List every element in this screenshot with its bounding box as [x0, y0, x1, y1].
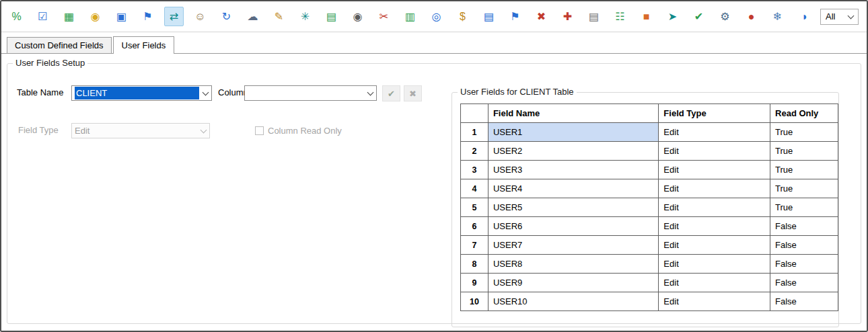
document-icon[interactable]: ▤	[479, 7, 499, 26]
cell-field-type[interactable]: Edit	[659, 179, 770, 198]
percent-icon[interactable]: %	[7, 7, 26, 26]
row-number[interactable]: 5	[461, 198, 489, 217]
toolbar-filter-value: All	[826, 11, 835, 22]
coins-icon[interactable]: ◉	[85, 7, 105, 26]
calendar-icon[interactable]: ▤	[322, 7, 341, 26]
cloud-icon[interactable]: ☁	[243, 7, 262, 26]
cell-read-only[interactable]: False	[770, 217, 838, 236]
column-header-field-name[interactable]: Field Name	[488, 104, 658, 123]
chart-icon[interactable]: ▦	[59, 7, 79, 26]
flag-icon[interactable]: ⚑	[138, 7, 157, 26]
cell-field-type[interactable]: Edit	[659, 123, 770, 142]
chevron-down-icon[interactable]	[364, 86, 376, 100]
table-name-combobox[interactable]: CLIENT	[71, 85, 212, 101]
settings-icon[interactable]: ⚙	[715, 7, 735, 26]
cell-read-only[interactable]: True	[770, 123, 838, 142]
cell-field-type[interactable]: Edit	[659, 236, 770, 255]
cell-read-only[interactable]: False	[770, 236, 838, 255]
user-icon[interactable]: ☺	[190, 7, 210, 26]
table-row: 2USER2EditTrue	[461, 142, 838, 161]
chevron-down-icon[interactable]	[199, 86, 211, 100]
row-number[interactable]: 1	[461, 123, 489, 142]
cell-read-only[interactable]: True	[770, 198, 838, 217]
row-number[interactable]: 9	[461, 274, 489, 292]
cell-field-type[interactable]: Edit	[659, 198, 770, 217]
cell-field-type[interactable]: Edit	[659, 292, 770, 311]
share-icon[interactable]: ✳	[295, 7, 315, 26]
cell-read-only[interactable]: True	[770, 142, 838, 161]
snowflake-icon[interactable]: ❄	[768, 7, 787, 26]
table-row: 9USER9EditFalse	[461, 274, 838, 292]
grid-corner-cell[interactable]	[461, 104, 489, 123]
row-number[interactable]: 2	[461, 142, 489, 161]
cell-field-name[interactable]: USER5	[488, 198, 658, 217]
checkmark-icon[interactable]: ✔	[689, 7, 709, 26]
database-icon[interactable]: ▥	[400, 7, 420, 26]
cluster-icon[interactable]: ✖	[532, 7, 551, 26]
car-icon[interactable]: ●	[742, 7, 761, 26]
cell-field-name[interactable]: USER1	[488, 123, 658, 142]
cell-field-type[interactable]: Edit	[659, 255, 770, 274]
cell-field-name[interactable]: USER3	[488, 161, 658, 179]
link-icon[interactable]: ⇄	[164, 7, 184, 26]
checklist-icon[interactable]: ☑	[33, 7, 52, 26]
checkbox-box[interactable]	[255, 126, 264, 135]
row-number[interactable]: 3	[461, 161, 489, 179]
cell-field-type[interactable]: Edit	[659, 142, 770, 161]
refresh-icon[interactable]: ↻	[217, 7, 236, 26]
cell-field-type[interactable]: Edit	[659, 217, 770, 236]
column-header-read-only[interactable]: Read Only	[770, 104, 838, 123]
accept-button[interactable]: ✔	[382, 85, 400, 101]
cell-field-type[interactable]: Edit	[659, 161, 770, 179]
cell-read-only[interactable]: True	[770, 161, 838, 179]
cell-read-only[interactable]: False	[770, 292, 838, 311]
copy-icon[interactable]: ▣	[112, 7, 131, 26]
cell-read-only[interactable]: True	[770, 179, 838, 198]
cell-field-name[interactable]: USER6	[488, 217, 658, 236]
table-row: 1USER1EditTrue	[461, 123, 838, 142]
table-row: 10USER10EditFalse	[461, 292, 838, 311]
tab-custom-defined-fields[interactable]: Custom Defined Fields	[7, 37, 112, 53]
cell-field-name[interactable]: USER10	[488, 292, 658, 311]
column-read-only-label: Column Read Only	[268, 126, 342, 136]
globe-icon[interactable]: ◎	[427, 7, 446, 26]
pen-icon[interactable]: ✎	[269, 7, 289, 26]
user-fields-setup-group-title: User Fields Setup	[13, 58, 87, 68]
toolbar: %☑▦◉▣⚑⇄☺↻☁✎✳▤◉✂▥◎$▤⚑✖✚▤☷■➤✔⚙●❄◑ All	[1, 1, 867, 32]
cancel-button[interactable]: ✖	[404, 85, 422, 101]
cell-field-name[interactable]: USER8	[488, 255, 658, 274]
cell-read-only[interactable]: False	[770, 255, 838, 274]
team-icon[interactable]: ☷	[610, 7, 630, 26]
toolbar-filter-dropdown[interactable]: All	[820, 9, 859, 25]
row-number[interactable]: 4	[461, 179, 489, 198]
cell-field-name[interactable]: USER2	[488, 142, 658, 161]
tools-icon[interactable]: ✂	[374, 7, 394, 26]
app-window: %☑▦◉▣⚑⇄☺↻☁✎✳▤◉✂▥◎$▤⚑✖✚▤☷■➤✔⚙●❄◑ All Cust…	[0, 0, 868, 332]
tab-user-fields[interactable]: User Fields	[113, 36, 175, 54]
row-number[interactable]: 7	[461, 236, 489, 255]
report-icon[interactable]: ▤	[584, 7, 604, 26]
row-number[interactable]: 6	[461, 217, 489, 236]
cell-field-name[interactable]: USER4	[488, 179, 658, 198]
tab-page-user-fields: User Fields Setup Table Name CLIENT Colu…	[1, 53, 867, 331]
column-combobox[interactable]	[244, 85, 377, 101]
field-type-label: Field Type	[18, 123, 59, 138]
column-header-field-type[interactable]: Field Type	[659, 104, 770, 123]
sphere-icon[interactable]: ◑	[794, 7, 813, 26]
cell-field-name[interactable]: USER9	[488, 274, 658, 292]
cell-read-only[interactable]: False	[770, 274, 838, 292]
flag2-icon[interactable]: ⚑	[505, 7, 525, 26]
row-number[interactable]: 10	[461, 292, 489, 311]
camera-icon[interactable]: ◉	[348, 7, 367, 26]
pointer-icon[interactable]: ➤	[663, 7, 682, 26]
row-number[interactable]: 8	[461, 255, 489, 274]
package-icon[interactable]: ■	[637, 7, 656, 26]
table-name-value: CLIENT	[75, 87, 199, 99]
anchor-icon[interactable]: ✚	[558, 7, 577, 26]
currency-icon[interactable]: $	[453, 7, 472, 26]
field-type-combobox[interactable]: Edit	[71, 123, 210, 138]
user-fields-table-group: User Fields for CLIENT Table Field Name …	[451, 92, 839, 327]
cell-field-name[interactable]: USER7	[488, 236, 658, 255]
column-read-only-checkbox[interactable]: Column Read Only	[255, 123, 342, 138]
cell-field-type[interactable]: Edit	[659, 274, 770, 292]
